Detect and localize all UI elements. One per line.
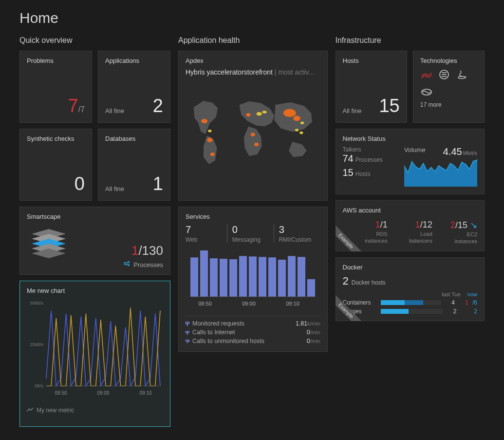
tile-aws[interactable]: AWS account 1/1 RDSinstances 1/12 Loadba…: [336, 200, 485, 251]
svg-text:09:00: 09:00: [97, 390, 109, 396]
svg-point-26: [262, 111, 267, 114]
net-host-n: 15: [343, 167, 354, 178]
aws-rds: 1/1 RDSinstances: [343, 220, 388, 245]
svg-text:08:50: 08:50: [55, 390, 67, 396]
svg-rect-38: [259, 257, 266, 297]
docker-last-tue: last Tue: [442, 291, 461, 297]
section-app: Application health: [178, 36, 328, 45]
svg-rect-33: [210, 258, 218, 297]
svg-point-20: [246, 113, 250, 116]
svc-web: 7Web: [186, 224, 227, 243]
tile-technologies-title: Technologies: [420, 57, 477, 64]
svg-point-29: [299, 132, 303, 134]
tile-hosts[interactable]: Hosts All fine 15: [336, 51, 407, 123]
section-infra: Infrastructure: [336, 36, 485, 45]
svg-text:09:10: 09:10: [286, 301, 299, 306]
svg-point-30: [300, 121, 304, 124]
tile-network[interactable]: Network Status Talkers 74Processes 15Hos…: [336, 129, 485, 194]
section-overview: Quick overview: [19, 36, 170, 45]
tile-services[interactable]: Services 7Web 0Messaging 3RMI/Custom 08:…: [178, 207, 328, 352]
docker-now: now: [467, 291, 477, 297]
net-host-l: Hosts: [355, 171, 371, 177]
apdex-name: Hybris yacceleratorstorefront: [186, 68, 273, 76]
svg-point-5: [124, 263, 126, 265]
tile-services-title: Services: [186, 213, 320, 220]
tech-icon-2: [438, 68, 450, 81]
tile-applications[interactable]: Applications All fine 2: [98, 51, 170, 123]
svg-point-18: [207, 138, 212, 142]
svg-rect-42: [298, 257, 305, 297]
network-area-chart: [404, 157, 477, 187]
svg-rect-31: [190, 257, 198, 297]
services-bar-chart: 08:5009:0009:10: [186, 243, 317, 311]
tile-docker-title: Docker: [343, 264, 478, 271]
kpi-unmonitored: Calls to unmonitored hosts 0/min: [186, 337, 320, 345]
tile-applications-title: Applications: [105, 57, 163, 64]
applications-status: All fine: [105, 107, 124, 115]
tech-more: 17 more: [420, 101, 477, 108]
svg-text:09:00: 09:00: [242, 301, 256, 306]
metric-icon: [27, 407, 34, 414]
new-chart: 50kB/s25kB/s0B/s08:5009:0009:10: [27, 298, 163, 401]
tile-smartscape[interactable]: Smartscape 1/130: [19, 207, 170, 275]
problems-value: 7: [68, 96, 78, 116]
svg-point-28: [295, 129, 299, 132]
new-chart-legend: My new metric: [37, 407, 74, 414]
world-map: [186, 81, 320, 178]
smartscape-label: Processes: [133, 261, 163, 268]
svg-line-9: [126, 264, 128, 265]
tile-smartscape-title: Smartscape: [27, 213, 163, 220]
svg-line-8: [126, 263, 128, 263]
hosts-status: All fine: [343, 107, 362, 115]
svg-point-25: [257, 112, 262, 115]
tile-docker[interactable]: Docker 2Docker hosts last Tue now Contai…: [336, 257, 485, 321]
svg-rect-37: [249, 256, 257, 297]
applications-value: 2: [153, 96, 163, 116]
svg-text:0B/s: 0B/s: [35, 383, 44, 388]
smartscape-icon: [27, 224, 71, 258]
svg-rect-34: [220, 259, 227, 297]
svg-rect-39: [268, 257, 276, 297]
smartscape-denom: /130: [138, 243, 163, 258]
svg-point-22: [293, 115, 300, 121]
svg-point-49: [458, 77, 465, 78]
docker-row-containers: Containers 4 1/6: [343, 299, 478, 306]
tech-icon-1: [420, 68, 433, 81]
page-title: Home: [19, 10, 485, 26]
aws-lb: 1/12 Loadbalancers: [388, 220, 432, 245]
aws-ec2: 2/15 ↘ EC2instances: [432, 220, 477, 245]
tile-apdex[interactable]: Apdex Hybris yacceleratorstorefront | mo…: [178, 51, 328, 201]
tile-synthetic-title: Synthetic checks: [27, 135, 85, 142]
svg-text:25kB/s: 25kB/s: [30, 342, 43, 347]
tile-new-chart[interactable]: Me new chart 50kB/s25kB/s0B/s08:5009:000…: [19, 281, 170, 427]
net-vol-value: 4.45: [443, 146, 462, 157]
tile-new-chart-title: Me new chart: [27, 287, 163, 294]
svg-text:09:10: 09:10: [139, 390, 151, 396]
svg-text:08:50: 08:50: [198, 301, 212, 306]
smartscape-value: 1: [131, 243, 138, 258]
svg-point-21: [283, 109, 296, 117]
tile-databases[interactable]: Databases All fine 1: [98, 129, 170, 201]
svg-point-19: [210, 153, 215, 156]
tile-hosts-title: Hosts: [343, 57, 400, 64]
docker-row-images: Images 2 2: [343, 308, 478, 315]
svg-text:50kB/s: 50kB/s: [30, 301, 43, 306]
tile-technologies[interactable]: Technologies 17 more: [413, 51, 485, 123]
svg-point-17: [201, 119, 207, 123]
docker-hosts-n: 2: [343, 275, 349, 287]
svg-rect-35: [229, 259, 237, 297]
kpi-internet: Calls to Internet 0/min: [186, 328, 320, 337]
net-proc-n: 74: [343, 153, 354, 164]
tile-synthetic[interactable]: Synthetic checks 0: [19, 129, 92, 201]
net-vol-label: Volume: [404, 146, 425, 153]
net-vol-unit: Mbit/s: [463, 150, 477, 156]
svg-point-6: [128, 261, 129, 263]
tile-problems[interactable]: Problems 7/7: [19, 51, 92, 123]
net-talkers-label: Talkers: [343, 146, 398, 153]
databases-status: All fine: [105, 185, 124, 192]
databases-value: 1: [153, 173, 163, 194]
svg-rect-43: [307, 279, 315, 297]
svg-point-7: [128, 264, 129, 266]
svg-point-23: [251, 133, 255, 136]
tile-databases-title: Databases: [105, 135, 163, 142]
